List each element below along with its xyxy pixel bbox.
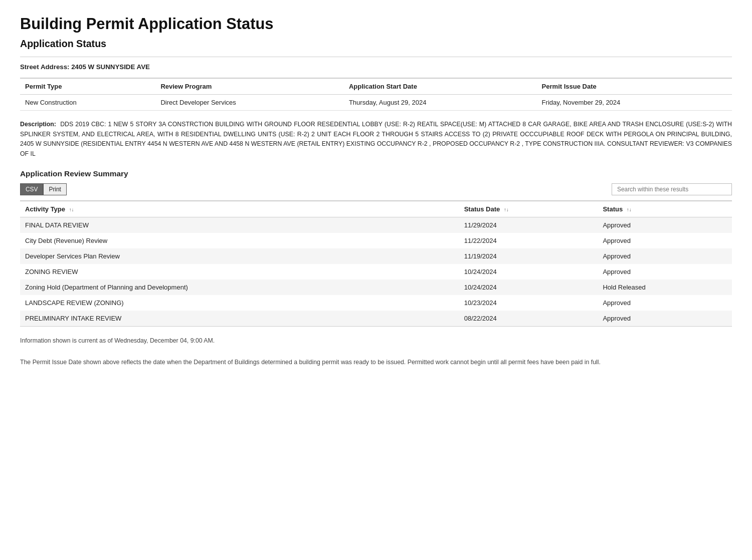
description-text: DDS 2019 CBC: 1 NEW 5 STORY 3A CONSTRCTI… — [20, 121, 732, 157]
permit-issue-date-header: Permit Issue Date — [537, 78, 732, 95]
activity-type-cell: FINAL DATA REVIEW — [20, 217, 459, 233]
section-title: Application Status — [20, 38, 732, 50]
activity-type-cell: City Debt (Revenue) Review — [20, 233, 459, 248]
search-input[interactable] — [612, 183, 732, 195]
page-title: Building Permit Application Status — [20, 15, 732, 33]
activity-type-cell: LANDSCAPE REVIEW (ZONING) — [20, 295, 459, 311]
review-table-row: LANDSCAPE REVIEW (ZONING)10/23/2024Appro… — [20, 295, 732, 311]
status-date-cell: 10/24/2024 — [459, 279, 598, 295]
status-header[interactable]: Status ↑↓ — [598, 201, 732, 217]
csv-button[interactable]: CSV — [20, 183, 43, 195]
activity-type-header[interactable]: Activity Type ↑↓ — [20, 201, 459, 217]
activity-type-cell: ZONING REVIEW — [20, 264, 459, 279]
status-date-cell: 10/24/2024 — [459, 264, 598, 279]
status-date-sort-icon[interactable]: ↑↓ — [504, 207, 509, 212]
review-program-header: Review Program — [155, 78, 344, 95]
status-sort-icon[interactable]: ↑↓ — [627, 207, 632, 212]
status-date-cell: 10/23/2024 — [459, 295, 598, 311]
review-summary-title: Application Review Summary — [20, 169, 732, 178]
street-address: Street Address: 2405 W SUNNYSIDE AVE — [20, 63, 732, 71]
permit-table-cell: New Construction — [20, 95, 155, 111]
activity-type-cell: PRELIMINARY INTAKE REVIEW — [20, 311, 459, 327]
footer-permit-note: The Permit Issue Date shown above reflec… — [20, 357, 732, 368]
activity-type-cell: Zoning Hold (Department of Planning and … — [20, 279, 459, 295]
review-table-row: ZONING REVIEW10/24/2024Approved — [20, 264, 732, 279]
description-box: Description: DDS 2019 CBC: 1 NEW 5 STORY… — [20, 120, 732, 159]
toolbar-row: CSV Print — [20, 183, 732, 195]
status-date-cell: 11/29/2024 — [459, 217, 598, 233]
status-cell: Approved — [598, 311, 732, 327]
permit-table-cell: Friday, November 29, 2024 — [537, 95, 732, 111]
review-table-row: Zoning Hold (Department of Planning and … — [20, 279, 732, 295]
review-table-row: Developer Services Plan Review11/19/2024… — [20, 248, 732, 264]
status-cell: Approved — [598, 217, 732, 233]
activity-type-sort-icon[interactable]: ↑↓ — [69, 207, 74, 212]
app-start-date-header: Application Start Date — [344, 78, 537, 95]
toolbar-left: CSV Print — [20, 183, 67, 195]
permit-table-cell: Thursday, August 29, 2024 — [344, 95, 537, 111]
divider-top — [20, 57, 732, 57]
status-date-cell: 11/22/2024 — [459, 233, 598, 248]
review-table: Activity Type ↑↓ Status Date ↑↓ Status ↑… — [20, 200, 732, 327]
status-date-header[interactable]: Status Date ↑↓ — [459, 201, 598, 217]
status-cell: Approved — [598, 248, 732, 264]
permit-table: Permit Type Review Program Application S… — [20, 78, 732, 111]
review-table-row: City Debt (Revenue) Review11/22/2024Appr… — [20, 233, 732, 248]
status-date-cell: 08/22/2024 — [459, 311, 598, 327]
review-table-row: FINAL DATA REVIEW11/29/2024Approved — [20, 217, 732, 233]
activity-type-cell: Developer Services Plan Review — [20, 248, 459, 264]
print-button[interactable]: Print — [43, 183, 66, 195]
status-cell: Hold Released — [598, 279, 732, 295]
description-label: Description: — [20, 121, 56, 128]
status-cell: Approved — [598, 264, 732, 279]
status-cell: Approved — [598, 233, 732, 248]
permit-type-header: Permit Type — [20, 78, 155, 95]
footer-current-as-of: Information shown is current as of Wedne… — [20, 336, 732, 346]
status-date-cell: 11/19/2024 — [459, 248, 598, 264]
status-cell: Approved — [598, 295, 732, 311]
review-table-row: PRELIMINARY INTAKE REVIEW08/22/2024Appro… — [20, 311, 732, 327]
permit-table-cell: Direct Developer Services — [155, 95, 344, 111]
permit-table-row: New ConstructionDirect Developer Service… — [20, 95, 732, 111]
